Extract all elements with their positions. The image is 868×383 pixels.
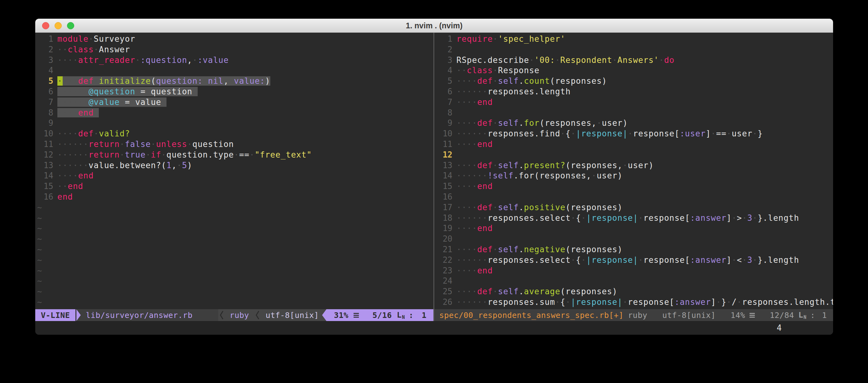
line-number: 23 [436, 266, 453, 276]
code-line[interactable]: 23····end [434, 266, 833, 276]
code-line[interactable]: 15··end [35, 181, 433, 192]
code-line[interactable]: 25····def·self.average(responses) [434, 286, 833, 297]
code-line[interactable]: 2··class·Answer [35, 44, 433, 55]
code-line[interactable]: 16 [434, 192, 833, 202]
zoom-button[interactable] [67, 22, 74, 29]
code-line[interactable]: 18······responses.select·{·|response|·re… [434, 213, 833, 223]
encoding-indicator: utf-8[unix] [662, 311, 716, 320]
code-line[interactable]: 4··class·Response [434, 65, 833, 76]
filetype-indicator: ruby [628, 311, 647, 320]
code-line[interactable]: 12 [434, 150, 833, 160]
line-number: 1 [37, 34, 53, 44]
statusline-right: spec/00_respondents_answers_spec.rb[+] r… [434, 309, 833, 321]
minimize-button[interactable] [55, 22, 62, 29]
empty-line-tilde: ~ [35, 223, 433, 234]
code-text: require·'spec_helper' [457, 34, 565, 44]
code-line[interactable]: 3RSpec.describe·'00:·Respondent·Answers'… [434, 55, 833, 66]
chevron-left-icon [219, 310, 223, 320]
code-line[interactable]: 6······@question·=·question [35, 86, 433, 97]
code-line[interactable]: 14····end [35, 171, 433, 181]
line-number: 17 [436, 202, 453, 213]
line-number: 5 [37, 76, 53, 86]
close-button[interactable] [42, 22, 49, 29]
code-text: ······@value·=·value [57, 98, 166, 107]
code-text: ····def·self.present?(responses,·user) [457, 161, 654, 170]
line-number: 9 [37, 118, 53, 129]
code-line[interactable]: 10····def·valid? [35, 129, 433, 139]
line-number: 8 [37, 108, 53, 118]
code-text: ··class·Answer [57, 45, 130, 54]
line-number: 4 [436, 65, 453, 76]
code-text: ····def·self.count(responses) [457, 76, 607, 85]
code-line[interactable]: 6······responses.length [434, 86, 833, 97]
code-line[interactable]: 13····def·self.present?(responses,·user) [434, 160, 833, 171]
code-line[interactable]: 16end [35, 192, 433, 202]
code-line[interactable]: 13······value.between?(1,·5) [35, 160, 433, 171]
code-line[interactable]: 7····end [434, 97, 833, 108]
cursor-position: 5/16 [373, 311, 392, 320]
line-number: 14 [37, 171, 53, 181]
scroll-percent: 31% [334, 311, 348, 320]
code-line[interactable]: 19····end [434, 223, 833, 234]
line-number: 10 [37, 129, 53, 139]
line-number: 6 [37, 86, 53, 97]
line-number: 7 [37, 97, 53, 108]
encoding-indicator: utf-8[unix] [261, 311, 322, 320]
title-bar[interactable]: 1. nvim . (nvim) [35, 19, 833, 33]
empty-line-tilde: ~ [35, 276, 433, 286]
code-line[interactable]: 5····def·initialize(question:·nil,·value… [35, 76, 433, 86]
line-number: 1 [436, 34, 453, 44]
code-text: ····end [457, 266, 493, 275]
code-line[interactable]: 17····def·self.positive(responses) [434, 202, 833, 213]
code-line[interactable]: 15····end [434, 181, 833, 192]
code-text: ····end [57, 171, 94, 180]
code-line[interactable]: 11····end [434, 139, 833, 150]
code-line[interactable]: 26······responses.sum·{·|response|·respo… [434, 297, 833, 308]
code-text: module·Surveyor [57, 34, 135, 44]
code-text: RSpec.describe·'00:·Respondent·Answers'·… [457, 56, 675, 65]
code-line[interactable]: 1module·Surveyor [35, 34, 433, 44]
code-line[interactable]: 9 [35, 118, 433, 129]
code-line[interactable]: 7······@value·=·value [35, 97, 433, 108]
code-line[interactable]: 8····end [35, 108, 433, 118]
code-line[interactable]: 4 [35, 65, 433, 76]
line-number: 3 [436, 55, 453, 66]
line-number: 15 [436, 181, 453, 192]
line-number: 8 [436, 108, 453, 118]
file-name: lib/surveyor/answer.rb [81, 309, 218, 321]
code-line[interactable]: 24 [434, 276, 833, 286]
empty-line-tilde: ~ [35, 213, 433, 223]
code-line[interactable]: 20 [434, 234, 833, 244]
code-line[interactable]: 9····def·self.for(responses,·user) [434, 118, 833, 129]
code-line[interactable]: 11······return·false·unless·question [35, 139, 433, 150]
split-windows: 1module·Surveyor2··class·Answer3····attr… [35, 33, 833, 321]
code-line[interactable]: 14······!self.for(responses,·user) [434, 171, 833, 181]
empty-line-tilde: ~ [35, 266, 433, 276]
pending-command-count: 4 [777, 323, 782, 333]
cursor-column: 1 [422, 311, 427, 320]
code-text: ····def·self.average(responses) [457, 287, 617, 296]
code-text: ······value.between?(1,·5) [57, 161, 192, 170]
code-area-right[interactable]: 1require·'spec_helper'23RSpec.describe·'… [434, 33, 833, 309]
lines-icon [353, 313, 359, 314]
code-line[interactable]: 10······responses.find·{·|response|·resp… [434, 129, 833, 139]
code-line[interactable]: 8 [434, 108, 833, 118]
code-line[interactable]: 22······responses.select·{·|response|·re… [434, 255, 833, 266]
line-number: 19 [436, 223, 453, 234]
code-line[interactable]: 12······return·true·if·question.type·==·… [35, 150, 433, 160]
code-text: ····def·initialize(question:·nil,·value:… [57, 76, 270, 85]
code-line[interactable]: 1require·'spec_helper' [434, 34, 833, 44]
empty-line-tilde: ~ [35, 255, 433, 266]
file-name-modified: spec/00_respondents_answers_spec.rb[+] [434, 311, 613, 320]
code-line[interactable]: 5····def·self.count(responses) [434, 76, 833, 86]
code-area-left[interactable]: 1module·Surveyor2··class·Answer3····attr… [35, 33, 433, 309]
empty-line-tilde: ~ [35, 297, 433, 308]
code-line[interactable]: 3····attr_reader·:question,·:value [35, 55, 433, 66]
empty-line-tilde: ~ [35, 234, 433, 244]
code-text: ······responses.sum·{·|response|·respons… [457, 298, 833, 307]
code-line[interactable]: 2 [434, 44, 833, 55]
line-number: 26 [436, 297, 453, 308]
code-line[interactable]: 21····def·self.negative(responses) [434, 244, 833, 255]
command-line: 4 [35, 321, 833, 335]
empty-line-tilde: ~ [35, 202, 433, 213]
